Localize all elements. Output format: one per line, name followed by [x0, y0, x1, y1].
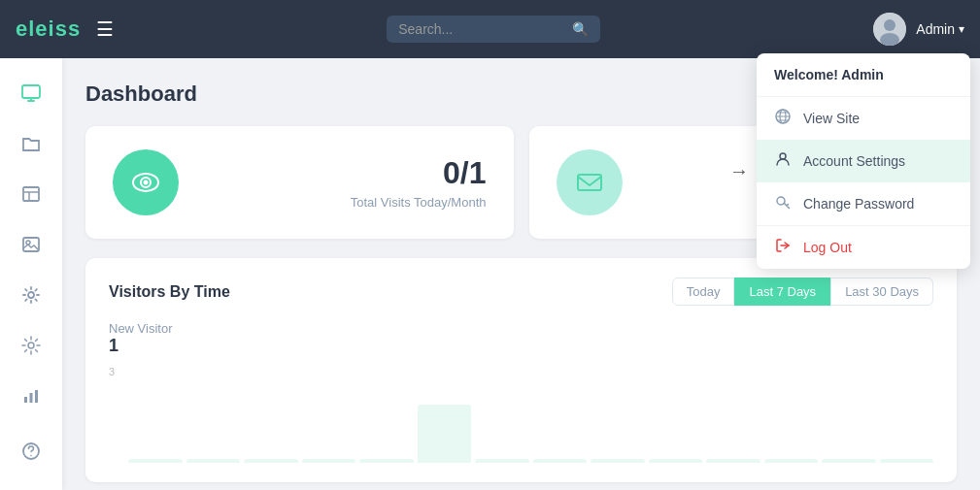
bar-14: [880, 459, 934, 463]
bar-5: [359, 459, 414, 463]
sidebar-item-table[interactable]: [10, 175, 52, 217]
bar-2: [186, 459, 241, 463]
svg-rect-9: [24, 397, 27, 403]
visits-label: Total Visits Today/Month: [202, 195, 487, 210]
hamburger-button[interactable]: ☰: [96, 17, 114, 41]
sidebar-item-monitor[interactable]: [10, 74, 52, 116]
dropdown-item-change-password[interactable]: Change Password: [757, 182, 970, 225]
help-icon: [21, 441, 41, 466]
svg-point-8: [28, 343, 34, 348]
globe-icon: [774, 109, 792, 128]
stat-block: New Visitor 1: [109, 321, 173, 356]
gear-icon: [21, 285, 41, 310]
sidebar-item-folder[interactable]: [10, 124, 52, 167]
change-password-label: Change Password: [803, 196, 914, 212]
visits-icon: [113, 149, 179, 215]
dropdown-item-logout[interactable]: Log Out: [757, 225, 970, 269]
bar-12: [764, 459, 819, 463]
visits-value: 0/1: [202, 155, 487, 191]
svg-rect-5: [23, 238, 39, 251]
stat-value: 1: [109, 336, 173, 356]
search-icon: 🔍: [572, 21, 589, 37]
chevron-down-icon: ▾: [959, 22, 964, 36]
visitors-header: Visitors By Time Today Last 7 Days Last …: [109, 278, 933, 306]
user-icon: [774, 151, 792, 171]
admin-label: Admin: [916, 21, 955, 37]
dropdown-welcome: Welcome! Admin: [757, 53, 970, 97]
monitor-icon: [21, 83, 41, 108]
search-box: 🔍: [387, 16, 600, 43]
logo: eleiss: [16, 16, 81, 42]
time-filters: Today Last 7 Days Last 30 Days: [672, 278, 933, 306]
admin-dropdown-button[interactable]: Admin ▾: [916, 21, 964, 37]
chart-bars: [109, 405, 933, 463]
sidebar-item-settings[interactable]: [10, 276, 52, 318]
bar-13: [822, 459, 876, 463]
sidebar-item-help[interactable]: [10, 432, 52, 474]
svg-rect-4: [23, 187, 39, 201]
folder-icon: [21, 134, 41, 158]
svg-rect-10: [30, 393, 33, 403]
avatar-image: [873, 13, 906, 46]
bar-8: [533, 459, 588, 463]
svg-point-16: [144, 180, 149, 185]
cog-icon: [21, 336, 41, 360]
chart-area: 3: [109, 366, 933, 463]
visits-card: 0/1 Total Visits Today/Month: [85, 126, 514, 239]
sidebar-item-chart[interactable]: [10, 376, 52, 419]
bar-10: [649, 459, 703, 463]
filter-last7-button[interactable]: Last 7 Days: [734, 278, 830, 306]
stat-label: New Visitor: [109, 321, 173, 336]
sidebar-item-cog[interactable]: [10, 326, 52, 369]
svg-point-21: [777, 197, 785, 205]
navbar-left: eleiss ☰: [16, 16, 114, 42]
visitor-stats: New Visitor 1: [109, 321, 933, 356]
view-site-label: View Site: [803, 111, 860, 126]
navbar-right: Admin ▾: [873, 13, 964, 46]
navbar: eleiss ☰ 🔍 Admin ▾: [0, 0, 980, 58]
bar-9: [591, 459, 645, 463]
visits-info: 0/1 Total Visits Today/Month: [202, 155, 487, 210]
svg-rect-17: [578, 175, 601, 190]
bar-1: [128, 459, 183, 463]
table-icon: [21, 184, 41, 209]
logout-icon: [774, 238, 792, 257]
avatar: [873, 13, 906, 46]
account-settings-label: Account Settings: [803, 153, 905, 169]
bar-7: [475, 459, 529, 463]
dropdown-item-account-settings[interactable]: Account Settings: [757, 140, 970, 182]
y-label-3: 3: [109, 366, 115, 377]
svg-point-13: [30, 454, 32, 456]
chart-bar-icon: [21, 386, 41, 410]
dropdown-menu: Welcome! Admin View Site Account Setting…: [757, 53, 970, 269]
svg-point-7: [28, 292, 34, 298]
bar-11: [706, 459, 760, 463]
messages-icon: [557, 149, 623, 215]
svg-rect-11: [35, 390, 38, 403]
bar-6: [418, 405, 472, 463]
key-icon: [774, 194, 792, 213]
svg-point-1: [884, 19, 896, 31]
svg-rect-3: [22, 85, 40, 98]
sidebar-item-image[interactable]: [10, 225, 52, 268]
visitors-title: Visitors By Time: [109, 283, 230, 301]
dropdown-item-view-site[interactable]: View Site: [757, 97, 970, 140]
search-input[interactable]: [398, 21, 564, 37]
svg-point-20: [780, 153, 786, 159]
logout-label: Log Out: [803, 240, 852, 255]
arrow-indicator: →: [729, 160, 749, 182]
visitors-section: Visitors By Time Today Last 7 Days Last …: [85, 258, 957, 482]
sidebar: [0, 58, 62, 490]
chart-y-labels: 3: [109, 366, 115, 463]
image-icon: [21, 235, 41, 259]
bar-3: [244, 459, 298, 463]
bar-4: [302, 459, 356, 463]
filter-today-button[interactable]: Today: [672, 278, 735, 306]
filter-last30-button[interactable]: Last 30 Days: [830, 278, 933, 306]
